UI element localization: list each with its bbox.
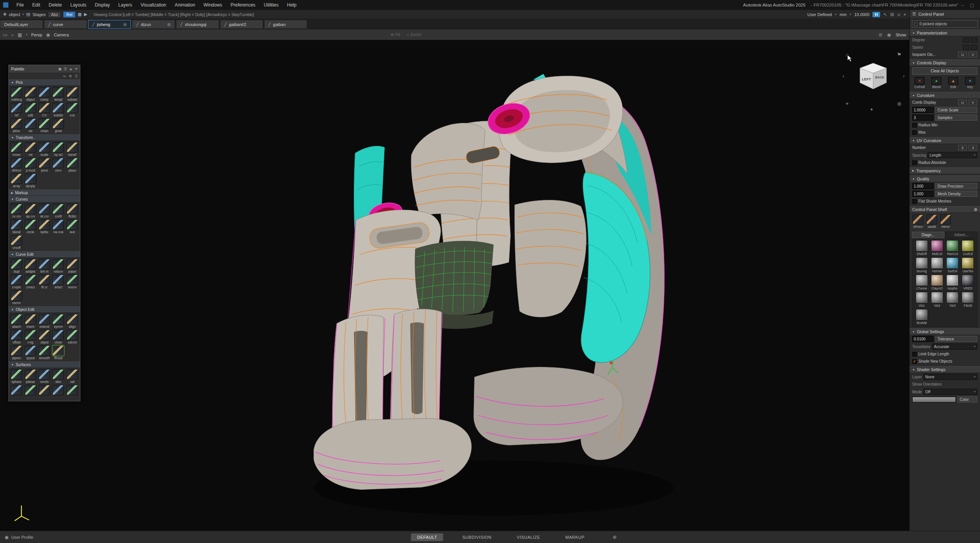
palette-tool[interactable]: sphere	[10, 369, 23, 384]
palette-menu-icon[interactable]: ☰	[75, 74, 78, 78]
samples-label[interactable]: Samples	[935, 114, 977, 121]
palette-tool[interactable]: planar	[23, 369, 37, 384]
app-icon[interactable]	[3, 2, 8, 8]
snap-cv-icon[interactable]: ⌖	[903, 12, 906, 17]
section-header[interactable]: ▼Surfaces	[9, 361, 80, 368]
limit-edge-checkbox[interactable]	[912, 352, 917, 357]
palette-tool[interactable]: close	[51, 330, 65, 344]
shader-preset[interactable]: Vis1	[915, 292, 929, 307]
palette-tool[interactable]: rebcrv	[51, 259, 65, 273]
layer-tab[interactable]: ╱ curve ◎	[44, 20, 87, 29]
new-window-icon[interactable]: ▭	[3, 32, 7, 38]
palette-tool[interactable]: attach	[10, 314, 23, 329]
palette-tool[interactable]: templ	[51, 87, 65, 101]
clear-all-objects-button[interactable]: Clear All Objects	[912, 67, 977, 75]
section-shader-settings[interactable]: ▼Shader Settings	[910, 366, 980, 373]
shader-preset[interactable]: ShdOff	[915, 240, 929, 256]
mesh-density-label[interactable]: Mesh Density	[935, 191, 977, 197]
palette-tool[interactable]: xfrmcv	[10, 158, 23, 172]
shelf-tool[interactable]: mirror	[940, 214, 951, 229]
menu-item[interactable]: Layouts	[66, 0, 91, 10]
palette-tool[interactable]: sk crv	[38, 204, 51, 218]
palette-tool[interactable]: nothing	[10, 87, 23, 101]
palette-tool[interactable]: align	[65, 314, 79, 329]
bookmark-icon[interactable]: ⚑	[897, 52, 902, 57]
layer-tab[interactable]: ╱ shoukongqi ◎	[176, 20, 219, 29]
samples-input[interactable]	[912, 114, 934, 121]
menu-item[interactable]: Preferences	[226, 0, 260, 10]
section-quality[interactable]: ▼Quality	[910, 175, 980, 182]
play-icon[interactable]: ▶	[84, 12, 87, 17]
palette-tool[interactable]: circle	[23, 219, 37, 234]
palette-tool[interactable]: text	[65, 219, 79, 234]
comb-scale-label[interactable]: Comb Scale	[935, 107, 977, 113]
palette-tool[interactable]: place	[65, 158, 79, 172]
palette-tool[interactable]: rot	[23, 142, 37, 157]
rotate-right-icon[interactable]: ›	[903, 73, 905, 79]
shader-preset[interactable]: Vis2	[930, 292, 944, 307]
palette-tool[interactable]: pivot	[38, 158, 51, 172]
palette-tool[interactable]	[38, 385, 51, 399]
section-header[interactable]: ▼Curves	[9, 196, 80, 203]
palette-tool[interactable]: pkloc	[10, 118, 23, 133]
shader-preset[interactable]: HorVer	[930, 257, 944, 273]
menu-item[interactable]: Visualization	[136, 0, 170, 10]
section-parameterization[interactable]: ▼Parameterization	[910, 29, 980, 36]
shelf-tool[interactable]: xfrmcv	[913, 214, 923, 229]
spans-u-box[interactable]	[963, 45, 969, 50]
uv-number-v[interactable]: 3	[969, 145, 977, 150]
palette-tool[interactable]: transf	[65, 142, 79, 157]
palette-tool[interactable]: brk in	[38, 259, 51, 273]
palette-tool[interactable]	[23, 385, 37, 399]
degree-v-box[interactable]	[971, 38, 977, 43]
palette-tool[interactable]: objed	[38, 330, 51, 344]
workspace-tab[interactable]: SUBDIVISION	[456, 533, 498, 541]
palette-tool[interactable]: CV	[38, 103, 51, 117]
palette-tool[interactable]: ep crv	[23, 204, 37, 218]
menu-item[interactable]: Animation	[170, 0, 199, 10]
palette-tool[interactable]: smooth	[38, 345, 51, 360]
isoparm-u-button[interactable]: U	[958, 52, 967, 57]
show-menu-label[interactable]: Show	[895, 33, 906, 37]
section-header[interactable]: ▼Object Edit	[9, 306, 80, 313]
tolerance-input[interactable]	[912, 336, 934, 342]
shader-preset[interactable]: Vis3	[946, 292, 960, 307]
palette-collapse-icon[interactable]: ▲	[69, 67, 73, 71]
degree-u-box[interactable]	[963, 38, 969, 43]
palette-tool[interactable]: offset	[10, 330, 23, 344]
shader-preset[interactable]: BoxMd	[915, 309, 929, 325]
pick-object-icon[interactable]: ✥	[3, 12, 7, 17]
viewcube-settings-icon[interactable]: ⚙	[897, 101, 902, 107]
add-workspace-icon[interactable]: ⊕	[612, 534, 617, 540]
shade-new-checkbox[interactable]: ✓	[912, 359, 917, 364]
palette-tool[interactable]	[65, 385, 79, 399]
workspace-tab[interactable]: DEFAULT	[411, 533, 443, 541]
flat-shade-checkbox[interactable]	[912, 199, 917, 204]
section-header[interactable]: ▼Curve Edit	[9, 251, 80, 258]
palette-close-icon[interactable]: ✕	[75, 67, 78, 71]
section-curvature[interactable]: ▼Curvature	[910, 92, 980, 99]
menu-item[interactable]: Edit	[28, 0, 44, 10]
palette-tool[interactable]: subset	[65, 87, 79, 101]
ghost-fit-button[interactable]: ⊕ Fit	[390, 32, 400, 37]
radius-max-checkbox[interactable]	[912, 130, 917, 135]
section-header[interactable]: ▼Pick	[9, 79, 80, 86]
zoom-plus-icon[interactable]: +	[870, 106, 873, 112]
spacing-dropdown[interactable]: Length▾	[928, 152, 977, 158]
palette-layout-icon[interactable]: ≔	[63, 74, 66, 78]
palette-gear-icon[interactable]: ⚙	[69, 74, 72, 78]
workspace-tab[interactable]: VISUALIZE	[511, 533, 546, 541]
snap-grid-icon[interactable]: ⊞	[890, 12, 894, 17]
comb-v-button[interactable]: V	[969, 100, 977, 105]
rotate-left-icon[interactable]: ‹	[843, 73, 844, 79]
palette-tool[interactable]: kptbx	[38, 219, 51, 234]
palette-tool[interactable]: prjtan	[65, 259, 79, 273]
abs-toggle[interactable]: Abs	[48, 11, 61, 18]
palette-tool[interactable]: vis	[23, 118, 37, 133]
isolate-icon[interactable]: ⊘	[879, 32, 882, 38]
workspace-tab[interactable]: MARKUP	[559, 533, 591, 541]
palette-tool[interactable]: object	[23, 87, 37, 101]
menu-item[interactable]: Windows	[199, 0, 227, 10]
tessellator-dropdown[interactable]: Accurate▾	[932, 343, 977, 350]
shader-preset[interactable]: Isopho	[946, 275, 960, 290]
